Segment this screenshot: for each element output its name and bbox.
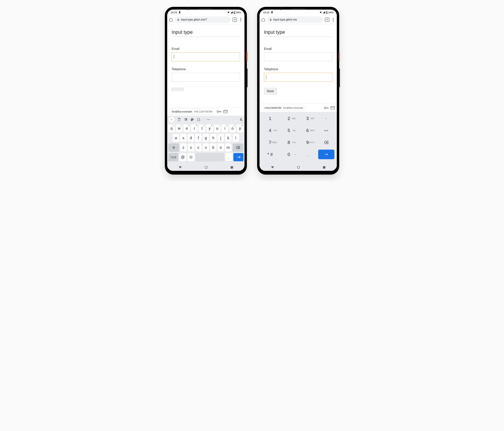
key-i[interactable]: i8 bbox=[222, 124, 228, 132]
numkey-.[interactable]: . bbox=[299, 150, 316, 159]
battery-percent: 34% bbox=[236, 11, 241, 14]
power-button[interactable] bbox=[339, 51, 340, 62]
more-icon[interactable] bbox=[207, 119, 210, 120]
save-button[interactable]: Save bbox=[264, 88, 277, 94]
backspace-key[interactable] bbox=[233, 143, 243, 152]
keyboard: q1w2e3r4t5y6u7i8o9p0 asdfghjkl zxcvbnm ?… bbox=[167, 116, 244, 171]
key-z[interactable]: z bbox=[180, 143, 187, 152]
menu-button[interactable] bbox=[239, 18, 243, 21]
key-x[interactable]: x bbox=[188, 143, 194, 152]
nav-recent-button[interactable] bbox=[323, 166, 325, 169]
key-p[interactable]: p0 bbox=[237, 124, 243, 132]
key-b[interactable]: b bbox=[210, 143, 217, 152]
period-key[interactable]: . bbox=[225, 153, 233, 161]
key-icon[interactable] bbox=[217, 110, 221, 113]
key-a[interactable]: a bbox=[173, 134, 179, 142]
save-button-partial[interactable] bbox=[172, 88, 184, 91]
key-f[interactable]: f bbox=[195, 134, 202, 142]
volume-button[interactable] bbox=[247, 68, 248, 87]
key-k[interactable]: k bbox=[225, 134, 232, 142]
numkey-␣[interactable] bbox=[318, 126, 334, 135]
key-t[interactable]: t5 bbox=[199, 124, 205, 132]
volume-button[interactable] bbox=[339, 68, 340, 87]
numkey-8[interactable]: 8TUV bbox=[281, 138, 297, 147]
key-s[interactable]: s bbox=[180, 134, 187, 142]
address-bar[interactable]: input-type.glitch.me bbox=[267, 16, 323, 23]
power-button[interactable] bbox=[247, 51, 248, 62]
key-y[interactable]: y6 bbox=[206, 124, 213, 132]
shift-key[interactable] bbox=[168, 143, 179, 152]
numkey-4[interactable]: 4GHI bbox=[262, 126, 278, 135]
key-q[interactable]: q1 bbox=[168, 124, 175, 132]
key-icon[interactable] bbox=[324, 107, 329, 109]
email-field[interactable] bbox=[264, 52, 332, 61]
page-content: Input type Email Telephone Save bbox=[260, 24, 337, 103]
key-c[interactable]: c bbox=[195, 143, 202, 152]
autofill-secondary: foo@bar.example bbox=[283, 106, 303, 109]
front-camera bbox=[279, 8, 282, 10]
nav-home-button[interactable] bbox=[297, 166, 300, 169]
svg-point-3 bbox=[217, 111, 219, 112]
key-h[interactable]: h bbox=[210, 134, 217, 142]
autofill-suggestion[interactable]: +44123456789 foo@bar.example bbox=[261, 105, 306, 111]
clipboard-icon[interactable] bbox=[178, 118, 181, 121]
numkey-3[interactable]: 3DEF bbox=[299, 114, 316, 123]
browser-toolbar: input-type.glitch.me/? :D bbox=[167, 15, 244, 24]
tabs-button[interactable]: :D bbox=[325, 18, 329, 22]
nav-back-button[interactable] bbox=[271, 166, 274, 169]
home-icon[interactable] bbox=[261, 18, 265, 22]
svg-point-11 bbox=[191, 119, 192, 120]
space-key[interactable] bbox=[196, 153, 224, 161]
key-r[interactable]: r4 bbox=[191, 124, 198, 132]
card-icon[interactable] bbox=[331, 106, 335, 109]
numkey-7[interactable]: 7PQRS bbox=[262, 138, 278, 147]
key-m[interactable]: m bbox=[225, 143, 232, 152]
key-u[interactable]: u7 bbox=[214, 124, 221, 132]
autofill-secondary: +44 1234 56789 bbox=[194, 110, 212, 113]
backspace-key[interactable] bbox=[318, 138, 334, 147]
at-key[interactable]: @ bbox=[179, 153, 187, 161]
numkey-5[interactable]: 5JKL bbox=[281, 126, 297, 135]
enter-key[interactable] bbox=[318, 150, 334, 159]
key-n[interactable]: n bbox=[217, 143, 224, 152]
mic-off-icon[interactable] bbox=[239, 118, 243, 121]
telephone-field[interactable] bbox=[264, 73, 332, 82]
palette-icon[interactable] bbox=[190, 118, 194, 121]
address-bar[interactable]: input-type.glitch.me/? bbox=[175, 16, 231, 23]
telephone-field[interactable] bbox=[172, 73, 240, 82]
numkey-1[interactable]: 1 bbox=[262, 114, 278, 123]
nav-home-button[interactable] bbox=[205, 166, 207, 169]
numkey-9[interactable]: 9WXYZ bbox=[299, 138, 316, 147]
key-w[interactable]: w2 bbox=[176, 124, 183, 132]
key-d[interactable]: d bbox=[188, 134, 194, 142]
numkey--[interactable]: - bbox=[318, 114, 334, 123]
key-j[interactable]: j bbox=[218, 134, 224, 142]
tabs-button[interactable]: :D bbox=[233, 18, 237, 22]
enter-key[interactable] bbox=[233, 153, 243, 161]
gear-icon[interactable] bbox=[184, 118, 187, 121]
nav-back-button[interactable] bbox=[179, 166, 182, 169]
menu-button[interactable] bbox=[331, 18, 335, 21]
key-v[interactable]: v bbox=[203, 143, 209, 152]
svg-point-15 bbox=[207, 119, 207, 120]
emoji-key[interactable] bbox=[187, 153, 195, 161]
numkey-2[interactable]: 2ABC bbox=[281, 114, 297, 123]
numkey-6[interactable]: 6MNO bbox=[299, 126, 316, 135]
card-icon[interactable] bbox=[224, 110, 227, 113]
numkey-*#[interactable]: * # bbox=[262, 150, 278, 159]
sticker-icon[interactable] bbox=[197, 118, 200, 121]
key-o[interactable]: o9 bbox=[229, 124, 236, 132]
symbols-key[interactable]: ?123 bbox=[168, 153, 178, 161]
screen: 19:23 34% input-type.glitch.me :D Input … bbox=[260, 9, 337, 171]
key-e[interactable]: e3 bbox=[183, 124, 190, 132]
svg-rect-4 bbox=[219, 112, 221, 112]
page-title: Input type bbox=[172, 29, 240, 37]
autofill-suggestion[interactable]: foo@bar.example +44 1234 56789 bbox=[169, 109, 215, 114]
nav-recent-button[interactable] bbox=[231, 166, 233, 169]
key-g[interactable]: g bbox=[203, 134, 209, 142]
numkey-0[interactable]: 0+ bbox=[281, 150, 297, 159]
home-icon[interactable] bbox=[169, 18, 173, 22]
email-field[interactable] bbox=[172, 52, 240, 61]
key-l[interactable]: l bbox=[233, 134, 239, 142]
kb-back-button[interactable] bbox=[169, 117, 174, 122]
